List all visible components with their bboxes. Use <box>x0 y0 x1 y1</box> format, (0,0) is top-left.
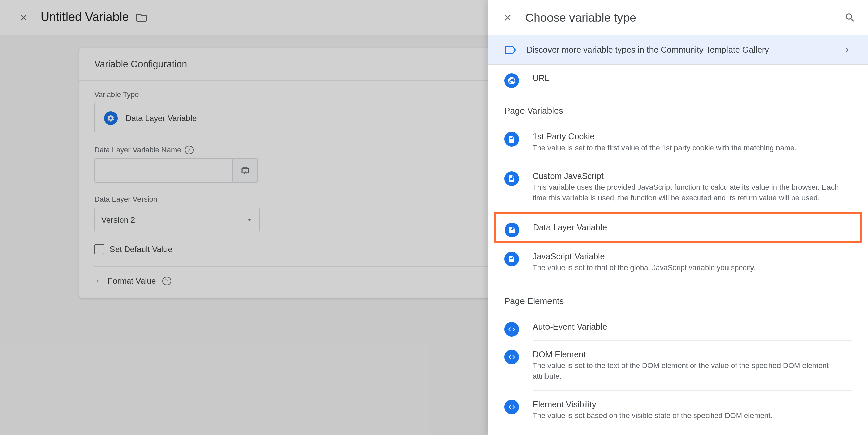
variable-type-auto-event[interactable]: Auto-Event Variable <box>533 313 852 341</box>
search-button[interactable] <box>844 12 856 23</box>
variable-type-title: Custom JavaScript <box>533 171 852 181</box>
globe-icon <box>504 73 519 88</box>
discover-banner[interactable]: Discover more variable types in the Comm… <box>488 35 868 65</box>
panel-close-button[interactable] <box>500 10 515 25</box>
document-icon <box>504 252 519 266</box>
variable-type-title: 1st Party Cookie <box>533 132 852 142</box>
variable-type-title: JavaScript Variable <box>533 252 852 261</box>
section-page-elements: Page Elements <box>504 282 852 313</box>
code-icon <box>504 350 519 364</box>
variable-type-1st-party-cookie[interactable]: 1st Party Cookie The value is set to the… <box>533 123 852 162</box>
discover-text: Discover more variable types in the Comm… <box>527 45 833 55</box>
variable-type-url[interactable]: URL <box>533 65 852 92</box>
search-icon <box>844 12 856 23</box>
document-icon <box>504 132 519 147</box>
document-icon <box>505 223 519 237</box>
close-icon <box>503 12 513 23</box>
variable-type-title: Auto-Event Variable <box>533 322 852 332</box>
variable-type-desc: The value is set based on the visible st… <box>533 411 852 421</box>
variable-type-title: Data Layer Variable <box>533 223 852 232</box>
variable-type-desc: The value is set to the first value of t… <box>533 143 852 153</box>
panel-title: Choose variable type <box>525 11 834 24</box>
variable-type-element-visibility[interactable]: Element Visibility The value is set base… <box>533 391 852 430</box>
code-icon <box>504 322 519 337</box>
highlight-annotation: Data Layer Variable <box>494 212 862 243</box>
document-icon <box>504 171 519 186</box>
panel-header: Choose variable type <box>488 0 868 35</box>
variable-type-desc: The value is set to that of the global J… <box>533 263 852 273</box>
variable-type-javascript-variable[interactable]: JavaScript Variable The value is set to … <box>533 243 852 282</box>
chevron-right-icon <box>843 46 852 54</box>
panel-content: URL Page Variables 1st Party Cookie The … <box>488 65 868 435</box>
variable-type-desc: This variable uses the provided JavaScri… <box>533 182 852 203</box>
variable-type-dom-element[interactable]: DOM Element The value is set to the text… <box>533 341 852 391</box>
variable-type-title: DOM Element <box>533 350 852 359</box>
section-page-variables: Page Variables <box>504 92 852 123</box>
variable-type-title: Element Visibility <box>533 400 852 409</box>
variable-type-desc: The value is set to the text of the DOM … <box>533 361 852 382</box>
variable-type-panel: Choose variable type Discover more varia… <box>488 0 868 435</box>
tag-icon <box>504 45 516 55</box>
variable-type-custom-javascript[interactable]: Custom JavaScript This variable uses the… <box>533 162 852 212</box>
code-icon <box>504 400 519 414</box>
variable-type-data-layer-variable[interactable]: Data Layer Variable <box>533 214 852 241</box>
variable-type-title: URL <box>533 73 852 83</box>
